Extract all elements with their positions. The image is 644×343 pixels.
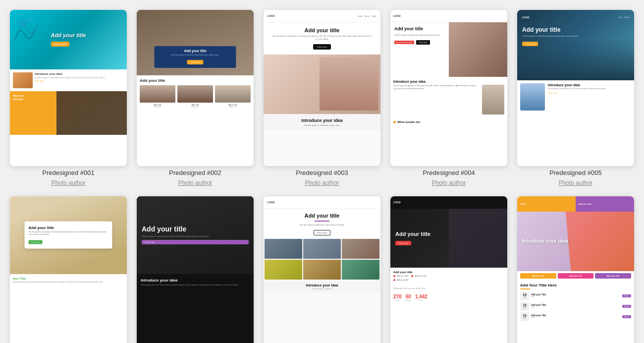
t001-cta-btn[interactable]: Learn more [51, 42, 70, 47]
t005-section-img [520, 83, 545, 111]
template-preview-005[interactable]: LOGO Home About Add your title Use this … [517, 10, 634, 166]
t007-hero-title: Add your title [142, 226, 249, 233]
t010-header-orange: LOGO [517, 196, 576, 212]
t002-section: Add your title Blair Hill Role, Title Bl… [137, 75, 254, 111]
template-preview-002[interactable]: Add your title Use this space to add tex… [137, 10, 254, 166]
t003-hero-btn[interactable]: Learn more [313, 44, 331, 50]
t001-bottom-text: Add yourtext here [13, 94, 24, 102]
t007-hero-btn[interactable]: Learn more [142, 240, 249, 244]
t004-logo: LOGO [393, 14, 401, 17]
t004-hero-btn[interactable]: View Now [416, 40, 430, 45]
t002-persons: Blair Hill Role, Title Blair Hill Role, … [140, 85, 251, 108]
t004-content: Use this space to elaborate on the ideas… [393, 85, 504, 114]
template-item-009[interactable]: LOGO Add your title Learn more Add your … [390, 196, 507, 343]
t008-logo: LOGO [268, 201, 275, 204]
t010-date-box-2: 18 JAN [520, 302, 529, 311]
t007-hero-sub: Use this space to promote your work. Inc… [142, 235, 249, 238]
t009-dot-2 [393, 279, 395, 281]
t009-section-title: Add your title [393, 271, 504, 274]
template-preview-007[interactable]: Add your title Use this space to promote… [137, 196, 254, 343]
template-preview-003[interactable]: LOGO Home About Work Add your title Use … [264, 10, 380, 166]
template-preview-009[interactable]: LOGO Add your title Learn more Add your … [390, 196, 507, 343]
t001-text-block: Introduce your idea Use this space to el… [35, 72, 124, 88]
template-author-004[interactable]: Photo author [432, 179, 466, 186]
template-item-006[interactable]: Add your title Use this space to elabora… [10, 196, 127, 343]
template-name-003: Predesigned #003 [296, 169, 348, 176]
t009-logo: LOGO [393, 201, 401, 204]
template-preview-001[interactable]: Add your title Learn more Introduce your… [10, 10, 127, 166]
t010-sched-btn-3[interactable]: Sign up [622, 315, 631, 318]
t009-hero-btn[interactable]: Learn more [395, 241, 411, 245]
t009-stat-2: 60 projects [406, 294, 411, 301]
t009-services: Add your title Add your title Add your t… [393, 275, 504, 283]
t002-hero-btn[interactable]: Learn more [187, 60, 203, 64]
template-item-004[interactable]: LOGO Add your title Use this space to ad… [390, 10, 507, 186]
template-preview-010[interactable]: LOGO Add your title Introduce your idea … [517, 196, 634, 343]
template-item-002[interactable]: Add your title Use this space to add tex… [137, 10, 254, 186]
t010-section: Add Your Title Here 18 JAN Add your Titl… [517, 281, 634, 324]
template-author-002[interactable]: Photo author [178, 179, 213, 186]
t006-card-btn[interactable]: Learn more [29, 240, 43, 244]
template-author-003[interactable]: Photo author [305, 179, 339, 186]
t005-read-more[interactable]: Read more [548, 92, 631, 94]
t010-sched-sub-1: 8:30 [531, 296, 620, 298]
t004-hero-title: Add your title [394, 26, 445, 32]
t003-bottom: Introduce your idea Use this space to el… [264, 114, 380, 130]
t010-sched-sub-3: 8:30 [531, 317, 620, 319]
t009-stats: 270 clients 60 projects 1,442 hours [390, 291, 507, 304]
t001-img-box [13, 72, 33, 88]
t010-date-num-3: 18 [523, 314, 527, 317]
t009-stat-label-1: clients [393, 299, 402, 301]
t005-hero-btn[interactable]: Learn more [522, 42, 538, 46]
template-author-001[interactable]: Photo author [52, 179, 86, 186]
template-item-003[interactable]: LOGO Home About Work Add your title Use … [264, 10, 380, 186]
t005-section: Introduce your idea Use this space to el… [517, 80, 634, 114]
template-item-005[interactable]: LOGO Home About Add your title Use this … [517, 10, 634, 186]
t004-highlight: Important text here [394, 41, 414, 44]
t001-title-container: Add your title Learn more [51, 32, 86, 47]
template-preview-008[interactable]: LOGO Add your title Use this space to el… [264, 196, 380, 343]
t006-card-title: Add your title [29, 226, 108, 230]
t002-person-3: Agnie Hill Role, Title [215, 85, 251, 108]
t009-stat-num-3: 1,442 [415, 294, 428, 299]
template-item-008[interactable]: LOGO Add your title Use this space to el… [264, 196, 380, 343]
t008-hero-title: Add your title [271, 213, 373, 219]
t009-service-col-1: Add your title Add your title [393, 275, 408, 283]
t008-gallery-item-1 [265, 239, 302, 259]
t003-bottom-title: Introduce your idea [268, 118, 376, 123]
t005-section-title: Introduce your idea [548, 83, 631, 87]
t003-nav-item-1[interactable]: Home [358, 15, 363, 17]
t005-section-body: Use this space to elaborate on the ideas… [548, 88, 631, 90]
t010-btn-1[interactable]: Add your title [520, 273, 556, 279]
t005-nav-1[interactable]: Home [619, 16, 623, 18]
t008-header: LOGO [264, 196, 380, 209]
t010-sched-btn-2[interactable]: Sign up [622, 305, 631, 308]
t005-header-bar: LOGO Home About [522, 16, 629, 19]
t010-sched-btn-1[interactable]: Sign up [622, 294, 631, 297]
t010-schedule-item-1: 18 JAN Add your Title 8:30 Sign up [520, 291, 631, 300]
t003-nav-item-3[interactable]: Work [372, 15, 376, 17]
t010-header: LOGO Add your title [517, 196, 634, 212]
t005-hero: LOGO Home About Add your title Use this … [517, 10, 634, 80]
t010-schedule-text-2: Add your Title 8:30 [531, 304, 620, 308]
t005-nav-2[interactable]: About [625, 16, 629, 18]
t001-hero-title: Add your title [51, 32, 86, 38]
t010-header-text-2: Add your title [579, 203, 591, 205]
t010-schedule-text-1: Add your Title 8:30 [531, 293, 620, 298]
t010-btn-2[interactable]: Add your title [558, 273, 594, 279]
t010-hero: Introduce your idea [517, 212, 634, 271]
template-preview-006[interactable]: Add your title Use this space to elabora… [10, 196, 127, 343]
t008-hero-btn[interactable]: Learn more [314, 230, 330, 235]
t010-btn-3[interactable]: Add your title [595, 273, 631, 279]
t006-section-title: Item Title [13, 277, 124, 280]
template-author-005[interactable]: Photo author [559, 179, 593, 186]
template-item-007[interactable]: Add your title Use this space to promote… [137, 196, 254, 343]
template-preview-004[interactable]: LOGO Add your title Use this space to ad… [390, 10, 507, 166]
t009-stat-num-1: 270 [393, 294, 402, 299]
template-item-001[interactable]: Add your title Learn more Introduce your… [10, 10, 127, 186]
template-item-010[interactable]: LOGO Add your title Introduce your idea … [517, 196, 634, 343]
t004-section-title: Introduce your idea [393, 80, 504, 83]
t001-read-more[interactable]: Read More [35, 80, 124, 82]
t010-section-line [520, 288, 530, 289]
t003-nav-item-2[interactable]: About [365, 15, 370, 17]
